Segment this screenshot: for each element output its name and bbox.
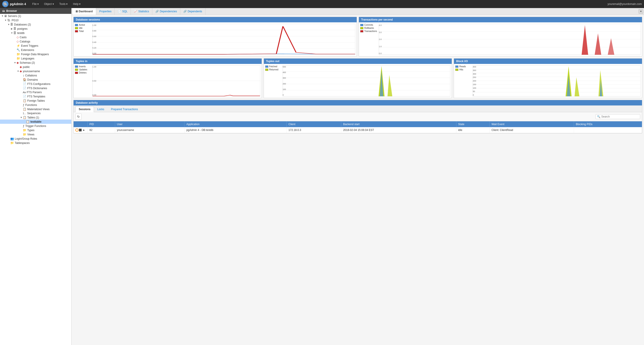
toggle-testdb[interactable]: ▼ bbox=[10, 32, 14, 34]
activity-tab-prepared-transactions[interactable]: Prepared Transactions bbox=[108, 106, 141, 112]
sidebar-item-fts-configurations[interactable]: 📄 FTS Configurations bbox=[0, 82, 71, 86]
dependencies-tab-icon: 🔗 bbox=[156, 10, 159, 13]
close-tab-button[interactable]: ✕ bbox=[639, 9, 643, 14]
functions-label: Functions bbox=[25, 103, 37, 107]
legend-inserts: Inserts bbox=[75, 65, 90, 68]
hits-label: Hits bbox=[459, 68, 463, 71]
sidebar-title: Browser bbox=[6, 9, 17, 12]
tuples-in-y-labels: 1.00 0.50 0.00 bbox=[92, 65, 98, 96]
sidebar-item-catalogs[interactable]: ◇ Catalogs bbox=[0, 39, 71, 43]
sidebar-item-collations[interactable]: ↕ Collations bbox=[0, 73, 71, 77]
legend-active: Active bbox=[75, 24, 90, 26]
trigger-functions-label: Trigger Functions bbox=[25, 124, 46, 128]
search-box[interactable]: 🔍 bbox=[596, 114, 640, 119]
search-input[interactable] bbox=[601, 115, 639, 118]
tuples-in-chart: 1.00 0.50 0.00 bbox=[92, 65, 260, 96]
ti-y-mid: 0.50 bbox=[92, 80, 98, 82]
postgres-label: postgres bbox=[17, 27, 28, 30]
sidebar-item-public[interactable]: ◆ public bbox=[0, 65, 71, 69]
row-pid: 82 bbox=[88, 127, 115, 133]
sidebar-item-fts-dictionaries[interactable]: 📄 FTS Dictionaries bbox=[0, 86, 71, 90]
toggle-schemas[interactable]: ▼ bbox=[14, 61, 16, 64]
sidebar-item-languages[interactable]: 📁 Languages bbox=[0, 56, 71, 60]
toggle-databases[interactable]: ▼ bbox=[7, 23, 10, 26]
sidebar-item-tables[interactable]: ▼ 📋 Tables (1) bbox=[0, 115, 71, 120]
sidebar-item-servers[interactable]: ▼ 🖥 Servers (1) bbox=[0, 14, 71, 18]
fts-templates-label: FTS Templates bbox=[27, 95, 45, 98]
sidebar-item-fts-templates[interactable]: 📄 FTS Templates bbox=[0, 94, 71, 98]
row-wait-event: Client: ClientRead bbox=[490, 127, 574, 133]
play-button[interactable]: ▶ bbox=[82, 128, 86, 132]
to-300: 300 bbox=[283, 77, 289, 79]
sidebar-item-casts[interactable]: ◇ Casts bbox=[0, 35, 71, 39]
toggle-tables[interactable]: ▼ bbox=[20, 116, 23, 119]
t-y-mid2: 2.0 bbox=[379, 38, 385, 40]
bio-350: 350 bbox=[473, 69, 479, 71]
tab-dependencies[interactable]: 🔗 Dependencies bbox=[152, 8, 180, 15]
cancel-button[interactable] bbox=[79, 129, 82, 131]
tab-statistics[interactable]: 📈 Statistics bbox=[131, 8, 152, 15]
sidebar-item-schemas[interactable]: ▼ ◆ Schemas (2) bbox=[0, 60, 71, 65]
sidebar-item-domains[interactable]: 🏠 Domains bbox=[0, 77, 71, 82]
sidebar-item-pg10[interactable]: ▼ 🐘 PG10 bbox=[0, 18, 71, 22]
y-mid2: 0.60 bbox=[92, 35, 98, 37]
sidebar-item-event-triggers[interactable]: ⚡ Event Triggers bbox=[0, 43, 71, 48]
bio-50: 50 bbox=[473, 90, 479, 92]
toggle-postgres[interactable]: ▶ bbox=[10, 27, 14, 30]
properties-tab-label: Properties bbox=[99, 10, 112, 13]
transactions-chart: 4.0 3.0 2.0 1.0 0.0 bbox=[379, 24, 641, 55]
databases-label: Databases (2) bbox=[14, 23, 31, 26]
toggle-servers[interactable]: ▼ bbox=[1, 15, 4, 17]
tab-dashboard[interactable]: ⊞ Dashboard bbox=[72, 8, 96, 15]
object-menu[interactable]: Object ▾ bbox=[42, 1, 56, 6]
tuples-in-body: Inserts Updates Deletes bbox=[74, 64, 262, 98]
sidebar-item-extensions[interactable]: 🔧 Extensions bbox=[0, 48, 71, 52]
svg-marker-11 bbox=[582, 25, 588, 55]
sidebar-item-yourusername[interactable]: ▼ ◆ yourusername bbox=[0, 69, 71, 73]
postgres-icon: 🗄 bbox=[14, 27, 16, 30]
sidebar-item-login-group-roles[interactable]: 👥 Login/Group Roles bbox=[0, 136, 71, 141]
inserts-color bbox=[75, 65, 78, 68]
tools-menu[interactable]: Tools ▾ bbox=[57, 1, 70, 6]
returned-color bbox=[265, 69, 268, 71]
sidebar-item-trigger-functions[interactable]: ƒ Trigger Functions bbox=[0, 124, 71, 128]
sidebar: 🗂 Browser ▼ 🖥 Servers (1) ▼ 🐘 PG10 ▼ 🗄 bbox=[0, 8, 72, 345]
sidebar-item-testdb[interactable]: ▼ 🗄 testdb bbox=[0, 31, 71, 35]
sidebar-item-fts-parsers[interactable]: Aa FTS Parsers bbox=[0, 90, 71, 94]
refresh-button[interactable]: ↻ bbox=[75, 113, 82, 120]
types-label: Types bbox=[27, 129, 34, 132]
casts-label: Casts bbox=[20, 36, 26, 39]
file-menu[interactable]: File ▾ bbox=[30, 1, 41, 6]
app-logo: 🐘 pgAdmin 4 bbox=[2, 1, 26, 7]
sidebar-item-tablespaces[interactable]: 📁 Tablespaces bbox=[0, 141, 71, 145]
transactions-color bbox=[360, 30, 363, 32]
sidebar-item-foreign-data-wrappers[interactable]: 📁 Foreign Data Wrappers bbox=[0, 52, 71, 56]
login-roles-icon: 👥 bbox=[10, 137, 14, 140]
tab-sql[interactable]: 📄 SQL bbox=[115, 8, 131, 15]
sidebar-item-databases[interactable]: ▼ 🗄 Databases (2) bbox=[0, 22, 71, 26]
sidebar-item-functions[interactable]: ƒ Functions bbox=[0, 103, 71, 107]
tuples-out-chart: 500 400 300 200 100 0 bbox=[283, 65, 450, 96]
activity-tab-sessions[interactable]: Sessions bbox=[75, 106, 94, 112]
toggle-yourusername[interactable]: ▼ bbox=[16, 70, 20, 72]
sidebar-item-testtable[interactable]: 📋 testtable bbox=[0, 120, 71, 124]
sidebar-item-types[interactable]: 📁 Types bbox=[0, 128, 71, 132]
help-menu[interactable]: Help ▾ bbox=[71, 1, 83, 6]
terminate-button[interactable] bbox=[75, 128, 78, 132]
pg10-icon: 🐘 bbox=[7, 18, 11, 22]
sidebar-item-sequences[interactable]: 1… Sequences bbox=[0, 111, 71, 115]
block-io-body: Reads Hits 400 350 300 bbox=[454, 64, 642, 98]
sidebar-item-materialized-views[interactable]: 📋 Materialized Views bbox=[0, 107, 71, 111]
legend-fetched: Fetched bbox=[265, 65, 281, 68]
sidebar-item-foreign-tables[interactable]: 📋 Foreign Tables bbox=[0, 98, 71, 103]
tab-dependents[interactable]: 🔗 Dependents bbox=[180, 8, 206, 15]
activity-tab-locks[interactable]: Locks bbox=[94, 106, 108, 112]
toggle-pg10[interactable]: ▼ bbox=[4, 19, 7, 21]
tuples-out-legend: Fetched Returned bbox=[265, 65, 281, 96]
login-roles-label: Login/Group Roles bbox=[15, 137, 37, 140]
legend-commits: Commits bbox=[360, 24, 377, 26]
tab-properties[interactable]: Properties bbox=[96, 8, 115, 15]
sidebar-item-postgres[interactable]: ▶ 🗄 postgres bbox=[0, 26, 71, 31]
sidebar-item-views[interactable]: 📁 Views bbox=[0, 132, 71, 136]
schemas-icon: ◆ bbox=[16, 61, 19, 64]
